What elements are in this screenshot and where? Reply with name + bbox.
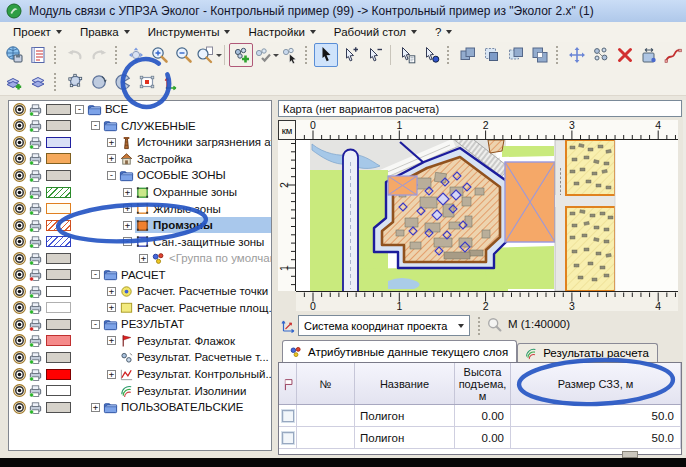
sel-subtract-button[interactable]: [504, 43, 528, 67]
layer-color-swatch[interactable]: [46, 170, 71, 181]
layer-color-swatch[interactable]: [46, 335, 71, 346]
print-toggle[interactable]: [27, 350, 43, 365]
layer-item[interactable]: ОСОБЫЕ ЗОНЫ: [119, 167, 271, 184]
table-row[interactable]: Полигон0.0050.0: [279, 427, 681, 449]
layer-color-swatch[interactable]: [46, 187, 71, 198]
report-button[interactable]: [26, 43, 50, 67]
pick-object-button[interactable]: [277, 43, 301, 67]
print-toggle[interactable]: [27, 400, 43, 415]
visibility-toggle[interactable]: [11, 234, 27, 249]
sector-tool-button[interactable]: [111, 70, 135, 94]
rect-tool-button[interactable]: [135, 70, 159, 94]
layer-color-swatch[interactable]: [46, 253, 71, 264]
layer-color-swatch[interactable]: [46, 402, 71, 413]
visibility-toggle[interactable]: [11, 185, 27, 200]
print-toggle[interactable]: [27, 118, 43, 133]
print-toggle[interactable]: [27, 367, 43, 382]
move-button[interactable]: [565, 43, 589, 67]
layer-item[interactable]: Результат. Расчетные т...: [119, 349, 272, 366]
layer-item[interactable]: <Группа по умолчанию>: [151, 250, 272, 267]
layer-item[interactable]: Расчет. Расчетные точки: [119, 283, 272, 300]
visibility-toggle[interactable]: [11, 102, 27, 117]
add-object-button[interactable]: [229, 43, 253, 67]
flag-column-header[interactable]: [279, 363, 297, 404]
layer-color-swatch[interactable]: [46, 302, 71, 313]
expand-toggle[interactable]: +: [139, 254, 148, 263]
print-toggle[interactable]: [27, 102, 43, 117]
visibility-toggle[interactable]: [11, 251, 27, 266]
visibility-toggle[interactable]: [11, 300, 27, 315]
print-toggle[interactable]: [27, 300, 43, 315]
layer-item[interactable]: Источники загрязнения ат...: [119, 134, 272, 151]
expand-toggle[interactable]: +: [107, 154, 116, 163]
coordinate-system-dropdown[interactable]: [453, 316, 469, 335]
row-checkbox[interactable]: [282, 410, 294, 422]
redo-button[interactable]: [87, 43, 111, 67]
pan-button[interactable]: [124, 43, 148, 67]
expand-toggle[interactable]: +: [123, 188, 132, 197]
expand-toggle[interactable]: +: [123, 204, 132, 213]
tab-calculation-results[interactable]: Результаты расчета: [517, 343, 658, 362]
layer-color-swatch[interactable]: [46, 369, 71, 380]
layer-color-swatch[interactable]: [46, 120, 71, 131]
coordinate-system-select[interactable]: Система координат проекта: [298, 315, 470, 336]
visibility-toggle[interactable]: [11, 284, 27, 299]
splitter-grip[interactable]: [622, 451, 638, 458]
axis-tool-button[interactable]: [159, 70, 183, 94]
layer-item[interactable]: Расчет. Расчетные площ...: [119, 300, 272, 317]
tab-attribute-data[interactable]: Атрибутивные данные текущего слоя: [282, 340, 517, 362]
layer-item[interactable]: Сан.-защитные зоны: [135, 233, 271, 250]
layer-color-swatch[interactable]: [46, 352, 71, 363]
collapse-toggle[interactable]: -: [75, 105, 84, 114]
collapse-toggle[interactable]: -: [91, 320, 100, 329]
column-header[interactable]: №: [297, 363, 355, 404]
print-toggle[interactable]: [27, 333, 43, 348]
menu-settings[interactable]: Настройки: [239, 24, 324, 40]
column-header[interactable]: Размер СЗЗ, м: [511, 363, 681, 404]
visibility-toggle[interactable]: [11, 267, 27, 282]
layer-item[interactable]: Жилые зоны: [135, 200, 271, 217]
vertices-button[interactable]: [589, 43, 613, 67]
layer-item[interactable]: Результат. Контрольный...: [119, 366, 272, 383]
add-layer-button[interactable]: [2, 70, 26, 94]
layer-color-swatch[interactable]: [46, 286, 71, 297]
layer-item[interactable]: Результат. Флажок: [119, 333, 271, 350]
expand-toggle[interactable]: +: [107, 138, 116, 147]
layers-button[interactable]: [26, 70, 50, 94]
redline-button[interactable]: [661, 43, 685, 67]
expand-toggle[interactable]: +: [91, 403, 100, 412]
visibility-toggle[interactable]: [11, 201, 27, 216]
zoom-in-button[interactable]: [148, 43, 172, 67]
print-toggle[interactable]: [27, 251, 43, 266]
pointer-node-button[interactable]: [419, 43, 443, 67]
column-header[interactable]: Название: [355, 363, 455, 404]
sel-union-button[interactable]: [456, 43, 480, 67]
column-header[interactable]: Высота подъема, м: [455, 363, 511, 404]
delete-button[interactable]: [613, 43, 637, 67]
sel-intersect-button[interactable]: [480, 43, 504, 67]
menu-help[interactable]: ?: [426, 24, 461, 40]
expand-toggle[interactable]: +: [123, 221, 132, 230]
visibility-toggle[interactable]: [11, 151, 27, 166]
layer-item[interactable]: ВСЕ: [87, 101, 271, 118]
layer-color-swatch[interactable]: [46, 137, 71, 148]
menu-edit[interactable]: Правка: [71, 24, 139, 40]
row-checkbox[interactable]: [282, 432, 294, 444]
apply-objects-button[interactable]: [253, 43, 277, 67]
save-map-button[interactable]: [2, 43, 26, 67]
sel-xor-button[interactable]: [528, 43, 552, 67]
pointer-remove-button[interactable]: [362, 43, 386, 67]
layer-color-swatch[interactable]: [46, 220, 71, 231]
map-canvas[interactable]: [296, 140, 678, 291]
layer-color-swatch[interactable]: [46, 203, 71, 214]
layer-item[interactable]: Охранные зоны: [135, 184, 271, 201]
table-row[interactable]: Полигон0.0050.0: [279, 405, 681, 427]
collapse-toggle[interactable]: -: [123, 237, 132, 246]
layer-color-swatch[interactable]: [46, 153, 71, 164]
layer-color-swatch[interactable]: [46, 104, 71, 115]
visibility-toggle[interactable]: [11, 317, 27, 332]
layer-color-swatch[interactable]: [46, 385, 71, 396]
print-toggle[interactable]: [27, 284, 43, 299]
print-toggle[interactable]: [27, 201, 43, 216]
collapse-toggle[interactable]: -: [91, 270, 100, 279]
